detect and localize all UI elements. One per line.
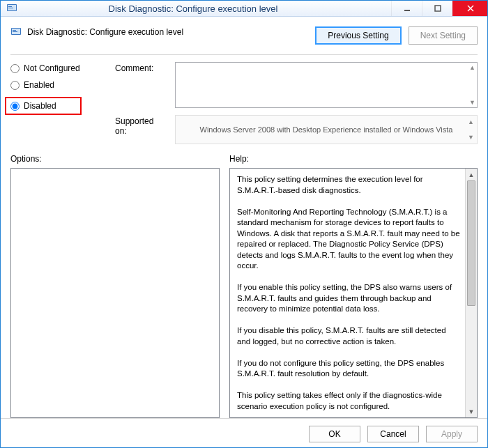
next-setting-button[interactable]: Next Setting — [409, 26, 478, 45]
svg-rect-2 — [8, 6, 12, 7]
comment-label: Comment: — [115, 62, 167, 108]
svg-rect-10 — [13, 30, 16, 31]
comment-textarea[interactable]: ▲ ▼ — [175, 62, 478, 108]
radio-enabled-label: Enabled — [24, 80, 54, 90]
scroll-down-icon[interactable]: ▼ — [466, 405, 477, 417]
scroll-thumb[interactable] — [467, 180, 475, 306]
window-controls — [391, 1, 487, 16]
svg-rect-11 — [13, 31, 17, 32]
svg-rect-5 — [435, 6, 441, 11]
help-label: Help: — [229, 154, 249, 164]
help-scrollbar[interactable]: ▲ ▼ — [465, 169, 477, 417]
radio-disabled[interactable]: Disabled — [10, 101, 76, 111]
scroll-track[interactable] — [466, 180, 477, 405]
comment-scroll-down-icon[interactable]: ▼ — [469, 99, 475, 106]
svg-rect-4 — [404, 10, 410, 11]
radio-disabled-label: Disabled — [24, 101, 56, 111]
maximize-button[interactable] — [422, 1, 452, 16]
policy-app-icon — [6, 3, 17, 14]
radio-enabled[interactable]: Enabled — [10, 80, 108, 90]
options-label: Options: — [10, 154, 220, 164]
ok-button[interactable]: OK — [309, 426, 360, 442]
comment-scroll-up-icon[interactable]: ▲ — [469, 64, 475, 71]
apply-button[interactable]: Apply — [426, 426, 478, 442]
help-pane: This policy setting determines the execu… — [229, 168, 478, 418]
titlebar[interactable]: Disk Diagnostic: Configure execution lev… — [1, 1, 487, 17]
divider — [10, 54, 478, 55]
window-title: Disk Diagnostic: Configure execution lev… — [23, 3, 363, 14]
radio-enabled-input[interactable] — [10, 81, 20, 90]
scroll-up-icon[interactable]: ▲ — [466, 169, 477, 180]
policy-icon — [10, 26, 22, 38]
cancel-button[interactable]: Cancel — [367, 426, 419, 442]
supported-scroll-up-icon[interactable]: ▲ — [468, 118, 474, 125]
radio-not-configured[interactable]: Not Configured — [10, 63, 108, 73]
policy-title: Disk Diagnostic: Configure execution lev… — [27, 27, 183, 37]
minimize-button[interactable] — [391, 1, 422, 16]
options-pane — [10, 168, 220, 418]
radio-not-configured-input[interactable] — [10, 64, 20, 73]
supported-scroll-down-icon[interactable]: ▼ — [468, 134, 474, 141]
dialog-footer: OK Cancel Apply — [1, 418, 487, 448]
radio-disabled-input[interactable] — [10, 102, 20, 111]
svg-rect-3 — [8, 8, 13, 8]
state-radio-group: Not Configured Enabled Disabled — [10, 62, 108, 144]
radio-disabled-highlight: Disabled — [5, 97, 82, 115]
previous-setting-button[interactable]: Previous Setting — [315, 26, 401, 45]
supported-label: Supported on: — [115, 115, 167, 144]
help-text: This policy setting determines the execu… — [230, 169, 465, 417]
supported-on-text: Windows Server 2008 with Desktop Experie… — [200, 125, 453, 134]
supported-on-box: Windows Server 2008 with Desktop Experie… — [175, 115, 478, 144]
close-button[interactable] — [452, 1, 487, 16]
radio-not-configured-label: Not Configured — [24, 63, 80, 73]
